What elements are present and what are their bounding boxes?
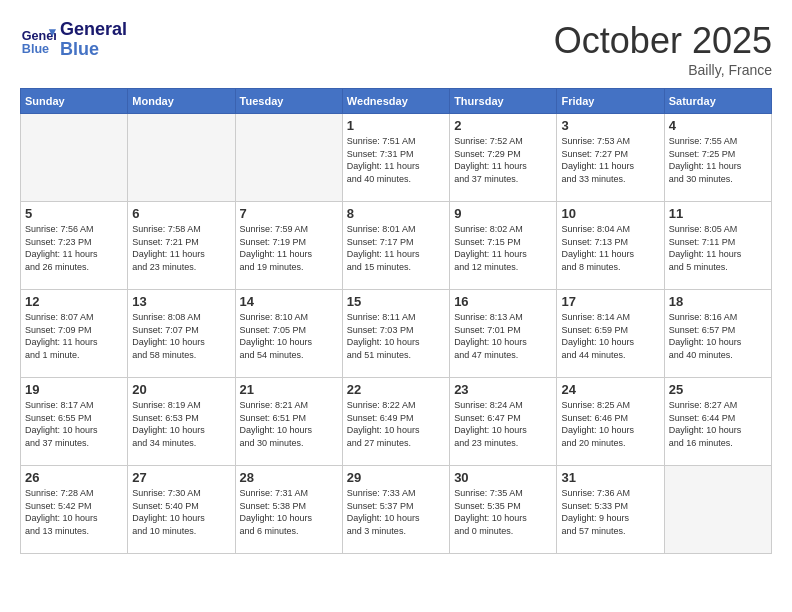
day-info: Sunrise: 7:28 AM Sunset: 5:42 PM Dayligh… <box>25 487 123 537</box>
weekday-header-tuesday: Tuesday <box>235 89 342 114</box>
day-number: 2 <box>454 118 552 133</box>
day-info: Sunrise: 7:30 AM Sunset: 5:40 PM Dayligh… <box>132 487 230 537</box>
day-number: 8 <box>347 206 445 221</box>
month-title: October 2025 <box>554 20 772 62</box>
week-row-2: 5Sunrise: 7:56 AM Sunset: 7:23 PM Daylig… <box>21 202 772 290</box>
day-info: Sunrise: 7:52 AM Sunset: 7:29 PM Dayligh… <box>454 135 552 185</box>
weekday-header-row: SundayMondayTuesdayWednesdayThursdayFrid… <box>21 89 772 114</box>
day-info: Sunrise: 8:17 AM Sunset: 6:55 PM Dayligh… <box>25 399 123 449</box>
calendar-cell: 20Sunrise: 8:19 AM Sunset: 6:53 PM Dayli… <box>128 378 235 466</box>
day-number: 21 <box>240 382 338 397</box>
day-number: 24 <box>561 382 659 397</box>
calendar-cell: 18Sunrise: 8:16 AM Sunset: 6:57 PM Dayli… <box>664 290 771 378</box>
day-info: Sunrise: 7:58 AM Sunset: 7:21 PM Dayligh… <box>132 223 230 273</box>
week-row-5: 26Sunrise: 7:28 AM Sunset: 5:42 PM Dayli… <box>21 466 772 554</box>
calendar-cell: 22Sunrise: 8:22 AM Sunset: 6:49 PM Dayli… <box>342 378 449 466</box>
day-number: 28 <box>240 470 338 485</box>
calendar-cell: 21Sunrise: 8:21 AM Sunset: 6:51 PM Dayli… <box>235 378 342 466</box>
day-info: Sunrise: 8:22 AM Sunset: 6:49 PM Dayligh… <box>347 399 445 449</box>
day-info: Sunrise: 8:04 AM Sunset: 7:13 PM Dayligh… <box>561 223 659 273</box>
location: Bailly, France <box>554 62 772 78</box>
day-number: 25 <box>669 382 767 397</box>
day-info: Sunrise: 8:05 AM Sunset: 7:11 PM Dayligh… <box>669 223 767 273</box>
calendar-cell <box>664 466 771 554</box>
day-info: Sunrise: 8:07 AM Sunset: 7:09 PM Dayligh… <box>25 311 123 361</box>
calendar-cell: 26Sunrise: 7:28 AM Sunset: 5:42 PM Dayli… <box>21 466 128 554</box>
day-info: Sunrise: 8:19 AM Sunset: 6:53 PM Dayligh… <box>132 399 230 449</box>
logo-icon: General Blue <box>20 22 56 58</box>
day-info: Sunrise: 7:51 AM Sunset: 7:31 PM Dayligh… <box>347 135 445 185</box>
calendar-cell: 16Sunrise: 8:13 AM Sunset: 7:01 PM Dayli… <box>450 290 557 378</box>
title-block: October 2025 Bailly, France <box>554 20 772 78</box>
weekday-header-thursday: Thursday <box>450 89 557 114</box>
calendar-cell: 28Sunrise: 7:31 AM Sunset: 5:38 PM Dayli… <box>235 466 342 554</box>
day-number: 31 <box>561 470 659 485</box>
day-info: Sunrise: 8:02 AM Sunset: 7:15 PM Dayligh… <box>454 223 552 273</box>
weekday-header-sunday: Sunday <box>21 89 128 114</box>
calendar-cell: 10Sunrise: 8:04 AM Sunset: 7:13 PM Dayli… <box>557 202 664 290</box>
week-row-3: 12Sunrise: 8:07 AM Sunset: 7:09 PM Dayli… <box>21 290 772 378</box>
day-number: 6 <box>132 206 230 221</box>
calendar-cell: 8Sunrise: 8:01 AM Sunset: 7:17 PM Daylig… <box>342 202 449 290</box>
day-info: Sunrise: 8:16 AM Sunset: 6:57 PM Dayligh… <box>669 311 767 361</box>
weekday-header-saturday: Saturday <box>664 89 771 114</box>
weekday-header-monday: Monday <box>128 89 235 114</box>
calendar-cell: 29Sunrise: 7:33 AM Sunset: 5:37 PM Dayli… <box>342 466 449 554</box>
day-number: 17 <box>561 294 659 309</box>
calendar-cell: 23Sunrise: 8:24 AM Sunset: 6:47 PM Dayli… <box>450 378 557 466</box>
day-number: 20 <box>132 382 230 397</box>
calendar-table: SundayMondayTuesdayWednesdayThursdayFrid… <box>20 88 772 554</box>
day-number: 4 <box>669 118 767 133</box>
calendar-cell: 19Sunrise: 8:17 AM Sunset: 6:55 PM Dayli… <box>21 378 128 466</box>
day-number: 18 <box>669 294 767 309</box>
day-info: Sunrise: 7:31 AM Sunset: 5:38 PM Dayligh… <box>240 487 338 537</box>
calendar-cell: 6Sunrise: 7:58 AM Sunset: 7:21 PM Daylig… <box>128 202 235 290</box>
calendar-cell: 30Sunrise: 7:35 AM Sunset: 5:35 PM Dayli… <box>450 466 557 554</box>
calendar-cell: 4Sunrise: 7:55 AM Sunset: 7:25 PM Daylig… <box>664 114 771 202</box>
calendar-cell: 13Sunrise: 8:08 AM Sunset: 7:07 PM Dayli… <box>128 290 235 378</box>
day-number: 9 <box>454 206 552 221</box>
day-info: Sunrise: 8:21 AM Sunset: 6:51 PM Dayligh… <box>240 399 338 449</box>
calendar-cell: 1Sunrise: 7:51 AM Sunset: 7:31 PM Daylig… <box>342 114 449 202</box>
day-number: 12 <box>25 294 123 309</box>
calendar-cell: 2Sunrise: 7:52 AM Sunset: 7:29 PM Daylig… <box>450 114 557 202</box>
calendar-cell <box>21 114 128 202</box>
day-number: 26 <box>25 470 123 485</box>
day-number: 10 <box>561 206 659 221</box>
calendar-cell: 31Sunrise: 7:36 AM Sunset: 5:33 PM Dayli… <box>557 466 664 554</box>
calendar-cell: 27Sunrise: 7:30 AM Sunset: 5:40 PM Dayli… <box>128 466 235 554</box>
calendar-cell: 3Sunrise: 7:53 AM Sunset: 7:27 PM Daylig… <box>557 114 664 202</box>
weekday-header-wednesday: Wednesday <box>342 89 449 114</box>
day-number: 3 <box>561 118 659 133</box>
logo-line1: General <box>60 20 127 40</box>
day-info: Sunrise: 8:13 AM Sunset: 7:01 PM Dayligh… <box>454 311 552 361</box>
calendar-cell: 12Sunrise: 8:07 AM Sunset: 7:09 PM Dayli… <box>21 290 128 378</box>
week-row-4: 19Sunrise: 8:17 AM Sunset: 6:55 PM Dayli… <box>21 378 772 466</box>
week-row-1: 1Sunrise: 7:51 AM Sunset: 7:31 PM Daylig… <box>21 114 772 202</box>
svg-text:Blue: Blue <box>22 41 49 55</box>
day-number: 14 <box>240 294 338 309</box>
day-info: Sunrise: 7:53 AM Sunset: 7:27 PM Dayligh… <box>561 135 659 185</box>
calendar-cell: 7Sunrise: 7:59 AM Sunset: 7:19 PM Daylig… <box>235 202 342 290</box>
day-info: Sunrise: 8:11 AM Sunset: 7:03 PM Dayligh… <box>347 311 445 361</box>
weekday-header-friday: Friday <box>557 89 664 114</box>
day-info: Sunrise: 7:59 AM Sunset: 7:19 PM Dayligh… <box>240 223 338 273</box>
day-number: 22 <box>347 382 445 397</box>
day-number: 13 <box>132 294 230 309</box>
calendar-cell: 17Sunrise: 8:14 AM Sunset: 6:59 PM Dayli… <box>557 290 664 378</box>
calendar-cell <box>235 114 342 202</box>
day-number: 11 <box>669 206 767 221</box>
day-info: Sunrise: 8:24 AM Sunset: 6:47 PM Dayligh… <box>454 399 552 449</box>
page-header: General Blue General Blue October 2025 B… <box>20 20 772 78</box>
day-info: Sunrise: 7:56 AM Sunset: 7:23 PM Dayligh… <box>25 223 123 273</box>
day-number: 7 <box>240 206 338 221</box>
calendar-cell: 25Sunrise: 8:27 AM Sunset: 6:44 PM Dayli… <box>664 378 771 466</box>
calendar-cell: 24Sunrise: 8:25 AM Sunset: 6:46 PM Dayli… <box>557 378 664 466</box>
day-number: 19 <box>25 382 123 397</box>
logo-line2: Blue <box>60 40 127 60</box>
calendar-cell: 5Sunrise: 7:56 AM Sunset: 7:23 PM Daylig… <box>21 202 128 290</box>
day-number: 27 <box>132 470 230 485</box>
logo: General Blue General Blue <box>20 20 127 60</box>
day-info: Sunrise: 8:08 AM Sunset: 7:07 PM Dayligh… <box>132 311 230 361</box>
day-info: Sunrise: 8:25 AM Sunset: 6:46 PM Dayligh… <box>561 399 659 449</box>
